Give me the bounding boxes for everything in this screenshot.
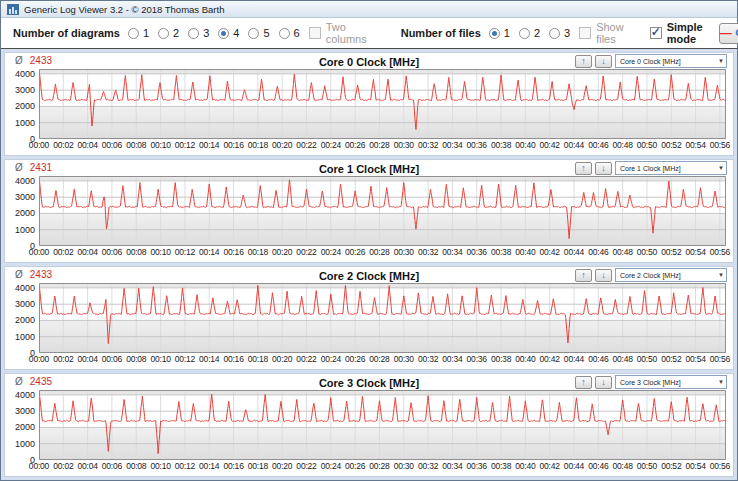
x-tick-label: 00:04 — [77, 247, 97, 257]
panel-move-down-button[interactable]: ↓ — [595, 269, 612, 282]
simple-mode-checkbox[interactable]: ✓ Simple mode — [650, 21, 703, 45]
y-axis-labels: 40003000200010000 — [5, 283, 39, 353]
x-tick-label: 00:52 — [661, 354, 681, 364]
file-count-radio-circle[interactable] — [519, 28, 530, 39]
x-tick-label: 00:50 — [637, 140, 657, 150]
series-select-value: Core 3 Clock [MHz] — [620, 379, 681, 386]
panel-move-down-button[interactable]: ↓ — [595, 376, 612, 389]
panel-move-up-button[interactable]: ↑ — [575, 162, 592, 175]
diagram-count-radio-circle[interactable] — [158, 28, 169, 39]
x-tick-label: 00:36 — [467, 354, 487, 364]
chart-panel-core-1: Ø2431 Core 1 Clock [MHz] ↑ ↓ Core 1 Cloc… — [4, 159, 734, 263]
diagram-count-radio-label: 2 — [173, 27, 179, 39]
diagram-count-radio-6[interactable]: 6 — [279, 27, 300, 39]
x-tick-label: 00:04 — [77, 354, 97, 364]
diagram-count-radio-label: 6 — [294, 27, 300, 39]
diagram-count-radio-1[interactable]: 1 — [128, 27, 149, 39]
x-tick-label: 00:40 — [515, 140, 535, 150]
y-tick-label: 3000 — [15, 406, 35, 416]
diagram-count-radio-4[interactable]: 4 — [218, 27, 239, 39]
two-columns-checkbox[interactable]: Two columns — [309, 21, 367, 45]
series-select[interactable]: Core 3 Clock [MHz]▼ — [615, 375, 727, 389]
x-tick-label: 00:28 — [369, 354, 389, 364]
x-tick-label: 00:46 — [588, 354, 608, 364]
x-axis-labels: 00:0000:0200:0400:0600:0800:1000:1200:14… — [39, 353, 726, 366]
x-tick-label: 00:18 — [248, 461, 268, 471]
x-tick-label: 00:20 — [272, 247, 292, 257]
x-tick-label: 00:46 — [588, 461, 608, 471]
x-tick-label: 00:54 — [685, 461, 705, 471]
x-tick-label: 00:10 — [150, 354, 170, 364]
x-tick-label: 00:16 — [223, 461, 243, 471]
plot-area — [39, 390, 726, 460]
x-tick-label: 00:48 — [613, 140, 633, 150]
x-tick-label: 00:12 — [175, 247, 195, 257]
panel-move-up-button[interactable]: ↑ — [575, 269, 592, 282]
plot-area — [39, 283, 726, 353]
panel-move-up-button[interactable]: ↑ — [575, 55, 592, 68]
show-files-box[interactable] — [579, 27, 591, 39]
series-select[interactable]: Core 0 Clock [MHz]▼ — [615, 54, 727, 68]
series-select[interactable]: Core 2 Clock [MHz]▼ — [615, 268, 727, 282]
diagram-count-radio-label: 1 — [143, 27, 149, 39]
diagram-count-radio-circle[interactable] — [218, 28, 229, 39]
x-tick-label: 00:08 — [126, 461, 146, 471]
diagram-count-radio-2[interactable]: 2 — [158, 27, 179, 39]
plot-area — [39, 69, 726, 139]
x-axis-labels: 00:0000:0200:0400:0600:0800:1000:1200:14… — [39, 460, 726, 473]
diagram-count-radio-circle[interactable] — [188, 28, 199, 39]
title-bar[interactable]: Generic Log Viewer 3.2 - © 2018 Thomas B… — [1, 1, 737, 18]
file-count-radio-2[interactable]: 2 — [519, 27, 540, 39]
x-tick-label: 00:08 — [126, 247, 146, 257]
average-value: 2433 — [30, 269, 52, 280]
x-tick-label: 00:12 — [175, 140, 195, 150]
diagram-count-radio-circle[interactable] — [128, 28, 139, 39]
x-tick-label: 00:38 — [491, 140, 511, 150]
x-tick-label: 00:34 — [442, 354, 462, 364]
x-tick-label: 00:14 — [199, 247, 219, 257]
y-tick-label: 3000 — [15, 85, 35, 95]
x-tick-label: 00:40 — [515, 354, 535, 364]
x-tick-label: 00:06 — [102, 140, 122, 150]
x-tick-label: 00:24 — [321, 247, 341, 257]
chart-panel-core-0: Ø2433 Core 0 Clock [MHz] ↑ ↓ Core 0 Cloc… — [4, 52, 734, 156]
x-tick-label: 00:18 — [248, 140, 268, 150]
file-count-radio-label: 3 — [564, 27, 570, 39]
x-tick-label: 00:12 — [175, 461, 195, 471]
x-tick-label: 00:52 — [661, 247, 681, 257]
diagram-count-radio-circle[interactable] — [248, 28, 259, 39]
x-tick-label: 00:10 — [150, 461, 170, 471]
series-select-value: Core 0 Clock [MHz] — [620, 58, 681, 65]
diagram-count-radio-3[interactable]: 3 — [188, 27, 209, 39]
panel-move-down-button[interactable]: ↓ — [595, 55, 612, 68]
x-tick-label: 00:00 — [29, 461, 49, 471]
dropdown-arrow-icon: ▼ — [718, 379, 724, 385]
x-tick-label: 00:56 — [710, 140, 730, 150]
average-symbol: Ø — [15, 269, 23, 280]
panel-move-up-button[interactable]: ↑ — [575, 376, 592, 389]
reset-refresh-button[interactable]: — ⟳ — [719, 23, 738, 44]
x-tick-label: 00:22 — [296, 354, 316, 364]
show-files-checkbox[interactable]: Show files — [579, 21, 624, 45]
file-count-radio-3[interactable]: 3 — [549, 27, 570, 39]
x-tick-label: 00:30 — [394, 247, 414, 257]
file-count-radio-circle[interactable] — [489, 28, 500, 39]
y-tick-label: 1000 — [15, 439, 35, 449]
file-count-radio-1[interactable]: 1 — [489, 27, 510, 39]
x-tick-label: 00:32 — [418, 461, 438, 471]
check-icon: ✓ — [651, 25, 661, 39]
two-columns-box[interactable] — [309, 27, 321, 39]
simple-mode-box[interactable]: ✓ — [650, 27, 662, 39]
series-select[interactable]: Core 1 Clock [MHz]▼ — [615, 161, 727, 175]
diagram-count-radio-circle[interactable] — [279, 28, 290, 39]
panel-move-down-button[interactable]: ↓ — [595, 162, 612, 175]
x-tick-label: 00:14 — [199, 354, 219, 364]
y-axis-labels: 40003000200010000 — [5, 390, 39, 460]
diagram-count-radio-label: 3 — [203, 27, 209, 39]
x-tick-label: 00:24 — [321, 354, 341, 364]
diagram-count-radio-5[interactable]: 5 — [248, 27, 269, 39]
file-count-radio-circle[interactable] — [549, 28, 560, 39]
series-select-value: Core 2 Clock [MHz] — [620, 272, 681, 279]
x-tick-label: 00:42 — [540, 140, 560, 150]
x-tick-label: 00:06 — [102, 247, 122, 257]
